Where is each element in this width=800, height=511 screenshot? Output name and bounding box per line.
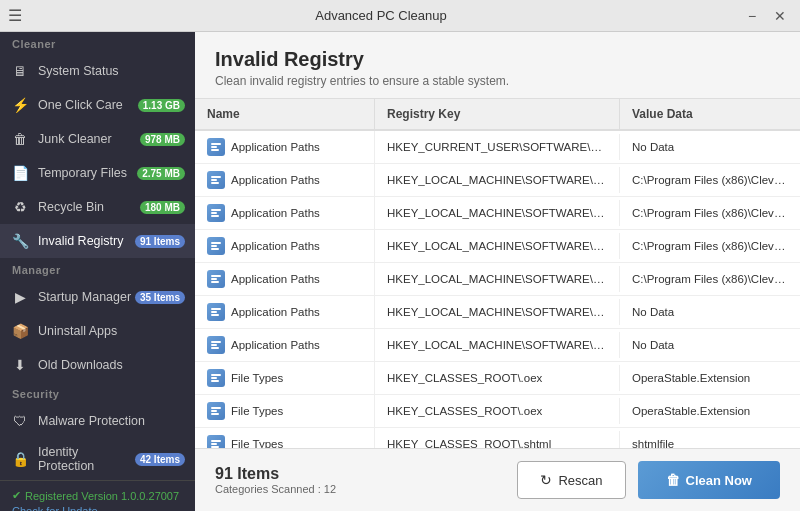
check-update-link[interactable]: Check for Update <box>12 505 98 511</box>
startup-manager-badge: 35 Items <box>135 291 185 304</box>
recycle-bin-label: Recycle Bin <box>38 200 140 214</box>
sidebar-item-uninstall-apps[interactable]: 📦 Uninstall Apps <box>0 314 195 348</box>
minimize-button[interactable]: − <box>740 6 764 26</box>
categories-scanned: Categories Scanned : 12 <box>215 483 336 495</box>
svg-rect-2 <box>211 149 219 151</box>
table-row[interactable]: File Types HKEY_CLASSES_ROOT\.shtml shtm… <box>195 428 800 448</box>
sidebar-item-malware-protection[interactable]: 🛡 Malware Protection <box>0 404 195 438</box>
cell-value: OperaStable.Extension <box>620 365 800 391</box>
table-row[interactable]: Application Paths HKEY_LOCAL_MACHINE\SOF… <box>195 329 800 362</box>
svg-rect-12 <box>211 275 221 277</box>
rescan-icon: ↻ <box>540 472 552 488</box>
cell-name: Application Paths <box>195 230 375 262</box>
check-icon: ✔ <box>12 489 21 502</box>
svg-rect-6 <box>211 209 221 211</box>
sidebar-item-old-downloads[interactable]: ⬇ Old Downloads <box>0 348 195 382</box>
sidebar-item-recycle-bin[interactable]: ♻ Recycle Bin 180 MB <box>0 190 195 224</box>
close-button[interactable]: ✕ <box>768 6 792 26</box>
registry-item-icon <box>207 402 225 420</box>
clean-now-label: Clean Now <box>686 473 752 488</box>
content-header: Invalid Registry Clean invalid registry … <box>195 32 800 99</box>
table-row[interactable]: Application Paths HKEY_CURRENT_USER\SOFT… <box>195 131 800 164</box>
svg-rect-19 <box>211 344 217 346</box>
sidebar-item-invalid-registry[interactable]: 🔧 Invalid Registry 91 Items <box>0 224 195 258</box>
cell-name: File Types <box>195 428 375 448</box>
cell-key: HKEY_LOCAL_MACHINE\SOFTWARE\Classes\Appl… <box>375 167 620 193</box>
cell-value: OperaStable.Extension <box>620 398 800 424</box>
content-area: Invalid Registry Clean invalid registry … <box>195 32 800 511</box>
registry-table[interactable]: Name Registry Key Value Data Application… <box>195 99 800 448</box>
temporary-files-label: Temporary Files <box>38 166 137 180</box>
svg-rect-17 <box>211 314 219 316</box>
sidebar-footer: ✔ Registered Version 1.0.0.27007 Check f… <box>0 480 195 511</box>
cell-key: HKEY_LOCAL_MACHINE\SOFTWARE\Microsoft\Wi… <box>375 332 620 358</box>
column-header-name: Name <box>195 99 375 129</box>
table-body: Application Paths HKEY_CURRENT_USER\SOFT… <box>195 131 800 448</box>
table-row[interactable]: File Types HKEY_CLASSES_ROOT\.oex OperaS… <box>195 395 800 428</box>
sidebar-item-startup-manager[interactable]: ▶ Startup Manager 35 Items <box>0 280 195 314</box>
registry-item-icon <box>207 303 225 321</box>
cell-value: shtmlfile <box>620 431 800 448</box>
table-row[interactable]: Application Paths HKEY_LOCAL_MACHINE\SOF… <box>195 230 800 263</box>
svg-rect-11 <box>211 248 219 250</box>
cell-name: Application Paths <box>195 296 375 328</box>
cell-name: File Types <box>195 395 375 427</box>
table-row[interactable]: Application Paths HKEY_LOCAL_MACHINE\SOF… <box>195 296 800 329</box>
sidebar-item-system-status[interactable]: 🖥 System Status <box>0 54 195 88</box>
svg-rect-26 <box>211 413 219 415</box>
column-header-value: Value Data <box>620 99 800 129</box>
malware-icon: 🛡 <box>10 411 30 431</box>
svg-rect-16 <box>211 311 217 313</box>
registered-text: Registered Version 1.0.0.27007 <box>25 490 179 502</box>
sidebar-item-junk-cleaner[interactable]: 🗑 Junk Cleaner 978 MB <box>0 122 195 156</box>
sidebar-item-one-click-care[interactable]: ⚡ One Click Care 1.13 GB <box>0 88 195 122</box>
rescan-label: Rescan <box>558 473 602 488</box>
main-layout: Cleaner 🖥 System Status ⚡ One Click Care… <box>0 32 800 511</box>
items-count: 91 Items <box>215 465 336 483</box>
table-row[interactable]: File Types HKEY_CLASSES_ROOT\.oex OperaS… <box>195 362 800 395</box>
svg-rect-15 <box>211 308 221 310</box>
invalid-registry-badge: 91 Items <box>135 235 185 248</box>
cell-key: HKEY_LOCAL_MACHINE\SOFTWARE\Microsoft\Wi… <box>375 266 620 292</box>
junk-cleaner-badge: 978 MB <box>140 133 185 146</box>
svg-rect-21 <box>211 374 221 376</box>
cell-value: C:\Program Files (x86)\CleverFile... <box>620 200 800 226</box>
registry-item-icon <box>207 435 225 448</box>
svg-rect-27 <box>211 440 221 442</box>
svg-rect-4 <box>211 179 217 181</box>
old-downloads-label: Old Downloads <box>38 358 185 372</box>
one-click-care-badge: 1.13 GB <box>138 99 185 112</box>
content-footer: 91 Items Categories Scanned : 12 ↻ Resca… <box>195 448 800 511</box>
manager-section-label: Manager <box>0 258 195 280</box>
cell-key: HKEY_CLASSES_ROOT\.shtml <box>375 431 620 448</box>
identity-icon: 🔒 <box>10 449 30 469</box>
cell-key: HKEY_CURRENT_USER\SOFTWARE\Microsoft\Win… <box>375 134 620 160</box>
table-row[interactable]: Application Paths HKEY_LOCAL_MACHINE\SOF… <box>195 263 800 296</box>
svg-rect-14 <box>211 281 219 283</box>
svg-rect-7 <box>211 212 217 214</box>
clean-now-button[interactable]: 🗑 Clean Now <box>638 461 780 499</box>
cell-name: Application Paths <box>195 197 375 229</box>
page-subtitle: Clean invalid registry entries to ensure… <box>215 74 780 88</box>
system-status-label: System Status <box>38 64 185 78</box>
rescan-button[interactable]: ↻ Rescan <box>517 461 625 499</box>
sidebar-item-identity-protection[interactable]: 🔒 Identity Protection 42 Items <box>0 438 195 480</box>
svg-rect-25 <box>211 410 217 412</box>
svg-rect-22 <box>211 377 217 379</box>
svg-rect-9 <box>211 242 221 244</box>
column-header-key: Registry Key <box>375 99 620 129</box>
svg-rect-23 <box>211 380 219 382</box>
table-row[interactable]: Application Paths HKEY_LOCAL_MACHINE\SOF… <box>195 164 800 197</box>
cell-value: No Data <box>620 299 800 325</box>
title-bar: ☰ Advanced PC Cleanup − ✕ <box>0 0 800 32</box>
uninstall-apps-label: Uninstall Apps <box>38 324 185 338</box>
downloads-icon: ⬇ <box>10 355 30 375</box>
svg-rect-20 <box>211 347 219 349</box>
table-row[interactable]: Application Paths HKEY_LOCAL_MACHINE\SOF… <box>195 197 800 230</box>
cell-value: C:\Program Files (x86)\CleverFiles\ <box>620 266 800 292</box>
cell-key: HKEY_LOCAL_MACHINE\SOFTWARE\Microsoft\Wi… <box>375 233 620 259</box>
recycle-bin-badge: 180 MB <box>140 201 185 214</box>
sidebar-item-temporary-files[interactable]: 📄 Temporary Files 2.75 MB <box>0 156 195 190</box>
cell-value: No Data <box>620 332 800 358</box>
hamburger-icon[interactable]: ☰ <box>8 6 22 25</box>
